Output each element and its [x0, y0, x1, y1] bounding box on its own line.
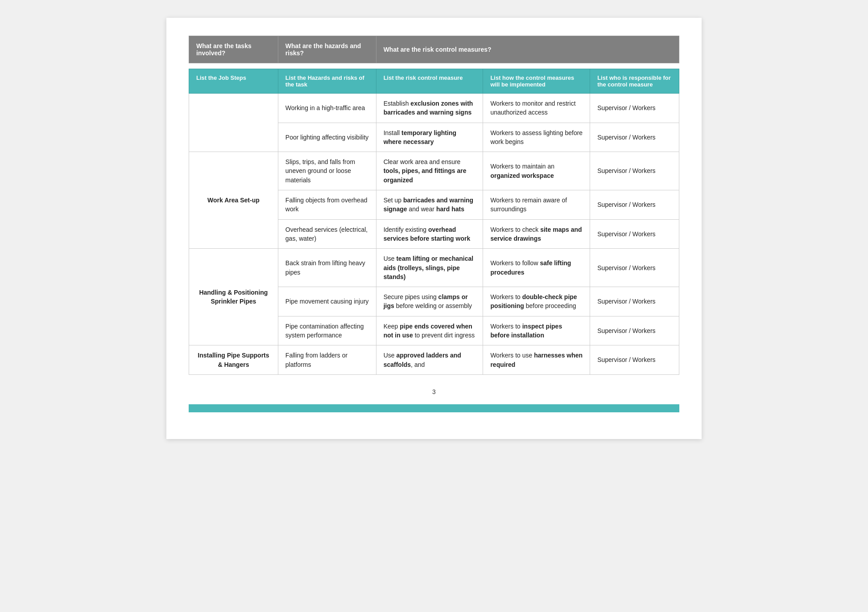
- hazard-cell: Pipe movement causing injury: [278, 287, 376, 316]
- h2-hazards: List the Hazards and risks of the task: [278, 69, 376, 94]
- h2-control-measure: List the risk control measure: [376, 69, 483, 94]
- header-row-1: What are the tasks involved? What are th…: [189, 36, 679, 63]
- hazard-cell: Working in a high-traffic area: [278, 94, 376, 123]
- h2-job-steps: List the Job Steps: [189, 69, 278, 94]
- implementation-cell: Workers to check site maps and service d…: [483, 219, 590, 249]
- implementation-cell: Workers to assess lighting before work b…: [483, 123, 590, 152]
- hazard-cell: Falling from ladders or platforms: [278, 345, 376, 375]
- responsible-cell: Supervisor / Workers: [590, 219, 679, 249]
- h1-tasks: What are the tasks involved?: [189, 36, 278, 63]
- page: What are the tasks involved? What are th…: [166, 18, 702, 439]
- job-step-cell: Installing Pipe Supports& Hangers: [189, 345, 278, 375]
- job-step-cell: Handling & PositioningSprinkler Pipes: [189, 249, 278, 345]
- responsible-cell: Supervisor / Workers: [590, 152, 679, 190]
- responsible-cell: Supervisor / Workers: [590, 287, 679, 316]
- control-cell: Clear work area and ensure tools, pipes,…: [376, 152, 483, 190]
- table-row: Working in a high-traffic areaEstablish …: [189, 94, 679, 123]
- implementation-cell: Workers to use harnesses when required: [483, 345, 590, 375]
- control-cell: Install temporary lighting where necessa…: [376, 123, 483, 152]
- hazard-cell: Poor lighting affecting visibility: [278, 123, 376, 152]
- hazard-cell: Overhead services (electrical, gas, wate…: [278, 219, 376, 249]
- responsible-cell: Supervisor / Workers: [590, 94, 679, 123]
- control-cell: Keep pipe ends covered when not in use t…: [376, 316, 483, 345]
- implementation-cell: Workers to double-check pipe positioning…: [483, 287, 590, 316]
- job-step-cell: Work Area Set-up: [189, 152, 278, 249]
- hazard-cell: Back strain from lifting heavy pipes: [278, 249, 376, 287]
- responsible-cell: Supervisor / Workers: [590, 345, 679, 375]
- hazard-cell: Slips, trips, and falls from uneven grou…: [278, 152, 376, 190]
- control-cell: Identify existing overhead services befo…: [376, 219, 483, 249]
- h2-responsible: List who is responsible for the control …: [590, 69, 679, 94]
- control-cell: Use approved ladders and scaffolds, and: [376, 345, 483, 375]
- h2-implementation: List how the control measures will be im…: [483, 69, 590, 94]
- h1-hazards: What are the hazards and risks?: [278, 36, 376, 63]
- implementation-cell: Workers to remain aware of surroundings: [483, 190, 590, 220]
- responsible-cell: Supervisor / Workers: [590, 249, 679, 287]
- table-row: Handling & PositioningSprinkler PipesBac…: [189, 249, 679, 287]
- h1-controls: What are the risk control measures?: [376, 36, 679, 63]
- table-row: Work Area Set-upSlips, trips, and falls …: [189, 152, 679, 190]
- implementation-cell: Workers to maintain an organized workspa…: [483, 152, 590, 190]
- hazard-cell: Falling objects from overhead work: [278, 190, 376, 220]
- responsible-cell: Supervisor / Workers: [590, 190, 679, 220]
- control-cell: Establish exclusion zones with barricade…: [376, 94, 483, 123]
- control-cell: Use team lifting or mechanical aids (tro…: [376, 249, 483, 287]
- table-row: Installing Pipe Supports& HangersFalling…: [189, 345, 679, 375]
- teal-footer-bar: [189, 404, 679, 412]
- hazard-cell: Pipe contamination affecting system perf…: [278, 316, 376, 345]
- control-cell: Secure pipes using clamps or jigs before…: [376, 287, 483, 316]
- header-spacer: [189, 63, 679, 69]
- responsible-cell: Supervisor / Workers: [590, 123, 679, 152]
- implementation-cell: Workers to follow safe lifting procedure…: [483, 249, 590, 287]
- job-step-cell: [189, 94, 278, 152]
- responsible-cell: Supervisor / Workers: [590, 316, 679, 345]
- header-row-2: List the Job Steps List the Hazards and …: [189, 69, 679, 94]
- implementation-cell: Workers to monitor and restrict unauthor…: [483, 94, 590, 123]
- control-cell: Set up barricades and warning signage an…: [376, 190, 483, 220]
- page-number: 3: [189, 388, 679, 395]
- risk-table: What are the tasks involved? What are th…: [189, 36, 679, 375]
- implementation-cell: Workers to inspect pipes before installa…: [483, 316, 590, 345]
